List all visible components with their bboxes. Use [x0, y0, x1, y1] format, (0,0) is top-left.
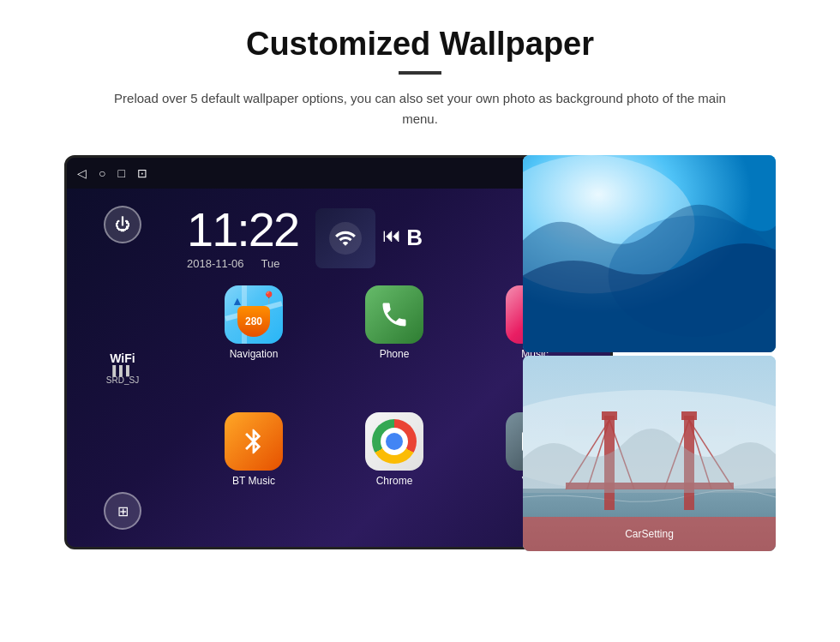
app-navigation[interactable]: ▲ 📍 280 Navigation	[187, 285, 321, 405]
page-title: Customized Wallpaper	[246, 26, 594, 63]
left-sidebar: ⏻ WiFi ▌▌▌ SRD_SJ ⊞	[67, 189, 178, 547]
svg-rect-15	[602, 411, 617, 420]
clock-display: 11:22 2018-11-06 Tue	[187, 206, 298, 270]
clock-day: Tue	[261, 257, 280, 270]
wifi-signal-bars: ▌▌▌	[106, 365, 139, 375]
track-letter: B	[406, 225, 423, 251]
grid-icon: ⊞	[117, 503, 129, 519]
chrome-icon	[365, 412, 423, 471]
home-icon[interactable]: ○	[99, 166, 105, 180]
wifi-media-icon	[329, 222, 362, 255]
apps-grid-button[interactable]: ⊞	[104, 492, 141, 530]
ice-wallpaper[interactable]	[523, 155, 776, 352]
app-chrome[interactable]: Chrome	[327, 412, 461, 532]
power-icon: ⏻	[115, 216, 130, 234]
recent-icon[interactable]: □	[117, 166, 124, 180]
media-app-icon[interactable]	[315, 208, 375, 268]
demo-container: ◁ ○ □ ⊡ ⚲ ▾ 11:22 ⏻ WiFi ▌▌▌ SRD_	[64, 155, 776, 558]
map-shield: 280	[237, 306, 270, 337]
carsetting-bottom: CarSetting	[523, 517, 776, 551]
bridge-wallpaper[interactable]: CarSetting	[523, 356, 776, 551]
app-bt-music[interactable]: BT Music	[187, 412, 321, 532]
wifi-label: WiFi	[106, 351, 139, 365]
bt-music-icon	[225, 412, 283, 471]
navigation-label: Navigation	[230, 348, 279, 360]
clock-date-row: 2018-11-06 Tue	[187, 257, 298, 270]
back-icon[interactable]: ◁	[77, 166, 87, 180]
media-controls: ⏮ B	[382, 225, 423, 251]
chrome-label: Chrome	[376, 475, 413, 487]
navigation-icon: ▲ 📍 280	[225, 285, 283, 344]
clock-date: 2018-11-06	[187, 257, 244, 270]
title-divider	[399, 71, 441, 75]
carsetting-label: CarSetting	[625, 528, 674, 540]
ice-bg	[523, 155, 776, 352]
wallpaper-thumbnails: CarSetting	[523, 155, 776, 551]
bridge-bg: CarSetting	[523, 356, 776, 551]
power-button[interactable]: ⏻	[104, 206, 141, 243]
clock-time: 11:22	[187, 206, 298, 254]
media-widget: ⏮ B	[315, 208, 423, 268]
phone-label: Phone	[380, 348, 410, 360]
page-subtitle: Preload over 5 default wallpaper options…	[111, 88, 729, 129]
wifi-info: WiFi ▌▌▌ SRD_SJ	[106, 351, 139, 385]
map-pin-icon: 📍	[261, 291, 276, 304]
screenshot-icon[interactable]: ⊡	[137, 166, 147, 180]
app-phone[interactable]: Phone	[327, 285, 461, 405]
svg-rect-16	[681, 411, 697, 420]
bt-music-label: BT Music	[232, 475, 275, 487]
wifi-ssid: SRD_SJ	[106, 375, 139, 385]
prev-track-icon[interactable]: ⏮	[382, 225, 401, 251]
status-bar-left: ◁ ○ □ ⊡	[77, 166, 147, 180]
phone-icon	[365, 285, 423, 344]
